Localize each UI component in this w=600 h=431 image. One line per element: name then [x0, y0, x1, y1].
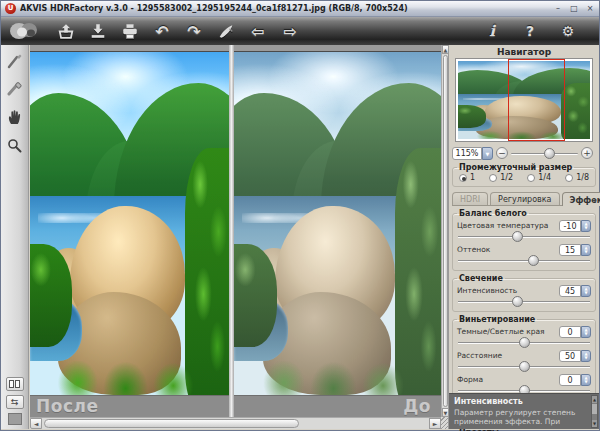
radio-label: 1/4	[538, 173, 551, 182]
open-icon[interactable]	[53, 20, 79, 42]
hint-scroll-thumb[interactable]	[592, 404, 597, 414]
parameter-value-input[interactable]: -10	[559, 220, 581, 232]
horizontal-scroll-thumb[interactable]	[44, 419, 299, 428]
parameter-spinner[interactable]: ▲▼	[581, 374, 591, 386]
maximize-button[interactable]: □	[569, 4, 579, 14]
parameter-label: Расстояние	[457, 351, 502, 360]
scroll-right-icon[interactable]: ►	[429, 418, 441, 429]
redo-icon[interactable]: ↷	[181, 20, 207, 42]
parameter-value-input[interactable]: 50	[559, 350, 581, 362]
scroll-left-icon[interactable]: ◄	[30, 418, 42, 429]
intermediate-size-group: Промежуточный размер 11/21/41/8	[452, 163, 596, 187]
image-compare-area	[30, 45, 441, 395]
hint-title: Интенсивность	[454, 397, 589, 406]
effect-group-title: Виньетирование	[457, 315, 537, 324]
tab-hdri[interactable]: HDRI	[452, 192, 488, 205]
size-radio-1-8[interactable]: 1/8	[565, 173, 589, 182]
settings-panel: Навигатор 115% ▼ − +	[448, 45, 599, 429]
parameter-slider[interactable]	[458, 338, 590, 348]
parameter-row: Оттенок15▲▼	[457, 243, 591, 256]
parameter-slider[interactable]	[458, 362, 590, 372]
parameter-label: Форма	[457, 375, 483, 384]
zoom-out-button[interactable]: −	[496, 147, 508, 159]
window-title: AKVIS HDRFactory v.3.0 - 1295583002_1295…	[20, 4, 549, 13]
photo-vegetation	[46, 361, 205, 395]
hand-tool-icon[interactable]	[4, 105, 26, 129]
slider-thumb[interactable]	[528, 255, 539, 266]
horizontal-scrollbar[interactable]: ◄ ►	[30, 417, 441, 429]
postprocess-brush-icon[interactable]	[213, 20, 239, 42]
parameter-value-input[interactable]: 45	[559, 285, 581, 297]
title-bar[interactable]: U AKVIS HDRFactory v.3.0 - 1295583002_12…	[1, 1, 599, 17]
zoom-tool-icon[interactable]	[4, 133, 26, 157]
hint-scroll-down-icon[interactable]: ▼	[592, 420, 597, 427]
before-label: До	[403, 396, 431, 416]
slider-thumb[interactable]	[519, 361, 530, 372]
print-icon[interactable]	[117, 20, 143, 42]
parameter-value-input[interactable]: 0	[559, 374, 581, 386]
radio-label: 1/8	[576, 173, 589, 182]
pane-divider[interactable]	[229, 45, 234, 417]
undo-icon[interactable]: ↶	[149, 20, 175, 42]
hint-scrollbar[interactable]: ▲ ▼	[591, 395, 598, 428]
hint-scroll-up-icon[interactable]: ▲	[592, 396, 597, 403]
radio-label: 1	[470, 173, 475, 182]
radio-circle-icon	[459, 174, 467, 182]
zoom-slider[interactable]	[511, 147, 578, 159]
slider-thumb[interactable]	[512, 231, 523, 242]
navigator-thumbnail[interactable]	[455, 58, 593, 142]
next-image-icon[interactable]: ⇨	[277, 20, 303, 42]
swap-panes-icon[interactable]: ⇆	[6, 395, 24, 409]
effect-group: СвечениеИнтенсивность45▲▼	[452, 274, 596, 312]
save-icon[interactable]	[85, 20, 111, 42]
hint-panel: Интенсивность Параметр регулирует степен…	[449, 393, 599, 429]
before-image-pane[interactable]	[234, 51, 441, 395]
effect-group: Баланс белогоЦветовая температура-10▲▼От…	[452, 209, 596, 271]
zoom-dropdown-icon[interactable]: ▼	[482, 147, 493, 160]
after-image-pane[interactable]	[30, 51, 229, 395]
parameter-label: Цветовая температура	[457, 221, 548, 230]
slider-thumb[interactable]	[512, 296, 523, 307]
eraser-tool-icon[interactable]	[4, 77, 26, 101]
close-button[interactable]: ×	[585, 4, 595, 14]
parameter-spinner[interactable]: ▲▼	[581, 350, 591, 362]
parameter-slider[interactable]	[458, 256, 590, 266]
parameter-row: Цветовая температура-10▲▼	[457, 219, 591, 232]
parameter-row: Интенсивность45▲▼	[457, 284, 591, 297]
size-radio-1-4[interactable]: 1/4	[527, 173, 551, 182]
parameter-label: Интенсивность	[457, 286, 517, 295]
zoom-in-button[interactable]: +	[581, 147, 593, 159]
radio-circle-icon	[527, 174, 535, 182]
tab-scroll-icon[interactable]: ◄	[591, 196, 596, 203]
radio-label: 1/2	[500, 173, 513, 182]
photo-vegetation	[251, 361, 417, 395]
main-toolbar: ↶ ↷ ⇦ ⇨ i ? ⚙	[1, 17, 599, 45]
size-radio-1[interactable]: 1	[459, 173, 475, 182]
parameter-spinner[interactable]: ▲▼	[581, 220, 591, 232]
help-icon[interactable]: ?	[517, 20, 543, 42]
background-color-swatch[interactable]	[8, 413, 22, 425]
size-radio-1-2[interactable]: 1/2	[489, 173, 513, 182]
split-view-icon[interactable]	[6, 377, 24, 391]
zoom-level-input[interactable]: 115%	[452, 147, 482, 160]
parameter-slider[interactable]	[458, 232, 590, 242]
minimize-button[interactable]: –	[553, 4, 563, 14]
akvis-emblem-icon	[7, 19, 43, 43]
parameter-slider[interactable]	[458, 297, 590, 307]
prev-image-icon[interactable]: ⇦	[245, 20, 271, 42]
navigator-title: Навигатор	[449, 45, 599, 58]
preferences-gear-icon[interactable]: ⚙	[555, 20, 581, 42]
pane-label-bar: После До	[30, 395, 441, 417]
slider-thumb[interactable]	[519, 337, 530, 348]
parameter-value-input[interactable]: 15	[559, 244, 581, 256]
parameter-spinner[interactable]: ▲▼	[581, 244, 591, 256]
zoom-slider-thumb[interactable]	[544, 148, 555, 159]
brush-tool-icon[interactable]	[4, 49, 26, 73]
parameter-value-input[interactable]: 0	[559, 326, 581, 338]
photo-vegetation	[458, 105, 486, 128]
navigator-view-rectangle[interactable]	[508, 59, 565, 141]
info-icon[interactable]: i	[479, 20, 505, 42]
parameter-spinner[interactable]: ▲▼	[581, 285, 591, 297]
tab-регулировка[interactable]: Регулировка	[490, 192, 559, 205]
parameter-spinner[interactable]: ▲▼	[581, 326, 591, 338]
